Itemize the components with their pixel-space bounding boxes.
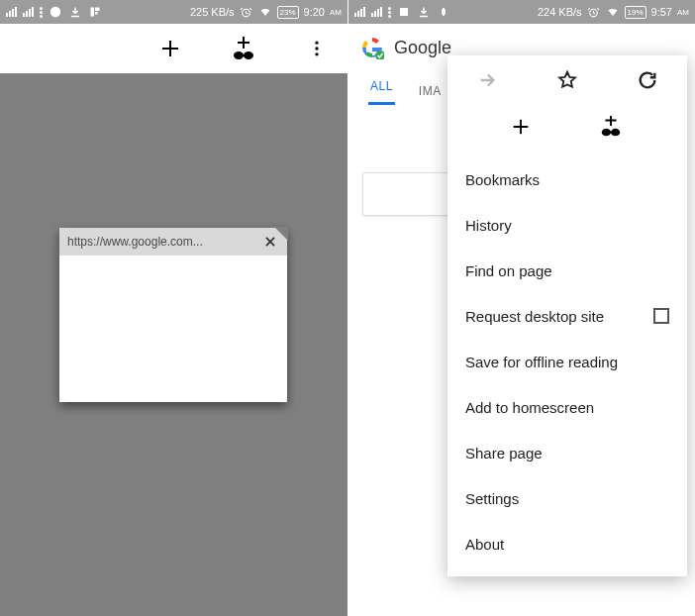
clock-ampm: AM <box>330 8 342 17</box>
menu-share-page[interactable]: Share page <box>447 430 687 475</box>
menu-settings[interactable]: Settings <box>447 475 687 521</box>
more-icon <box>40 7 43 18</box>
left-screenshot: 225 KB/s 23% 9:20 AM https://www.g <box>0 0 348 616</box>
svg-rect-1 <box>91 8 95 17</box>
svg-point-14 <box>602 129 611 136</box>
svg-point-6 <box>244 51 253 59</box>
tab-all[interactable]: ALL <box>370 79 393 103</box>
clock-time: 9:20 <box>304 6 325 18</box>
net-speed: 225 KB/s <box>190 6 235 18</box>
svg-rect-10 <box>400 8 408 16</box>
signal-icon <box>354 7 365 17</box>
tab-switcher-area[interactable]: https://www.google.com... <box>0 73 348 616</box>
signal-icon <box>6 7 17 17</box>
new-incognito-button[interactable] <box>597 115 625 143</box>
net-speed: 224 KB/s <box>538 6 582 18</box>
google-logo-icon <box>360 36 384 59</box>
wifi-icon <box>606 5 620 19</box>
toolbar-left <box>0 24 348 73</box>
alarm-icon <box>587 5 601 19</box>
menu-save-offline[interactable]: Save for offline reading <box>447 339 687 384</box>
tab-images[interactable]: IMA <box>419 84 442 98</box>
reload-button[interactable] <box>634 66 661 94</box>
download-icon <box>68 5 82 19</box>
menu-add-homescreen[interactable]: Add to homescreen <box>447 384 687 430</box>
page-title: Google <box>394 38 451 58</box>
svg-rect-3 <box>95 12 98 15</box>
wifi-icon <box>258 5 272 19</box>
new-tab-button[interactable] <box>510 116 532 142</box>
app-icon <box>397 5 411 19</box>
svg-point-15 <box>611 129 620 136</box>
clock-time: 9:57 <box>651 6 672 18</box>
new-incognito-button[interactable] <box>227 36 260 61</box>
tab-url: https://www.google.com... <box>67 235 261 249</box>
status-bar-right: 224 KB/s 19% 9:57 AM <box>348 0 695 24</box>
new-tab-button[interactable] <box>153 37 187 60</box>
more-icon <box>388 7 391 18</box>
status-bar-left: 225 KB/s 23% 9:20 AM <box>0 0 348 24</box>
overflow-menu: Bookmarks History Find on page Request d… <box>447 55 687 576</box>
forward-button[interactable] <box>473 66 501 94</box>
signal-icon <box>23 7 34 17</box>
menu-history[interactable]: History <box>447 202 687 248</box>
right-screenshot: 224 KB/s 19% 9:57 AM Google ALL IMA हिन्… <box>348 0 695 616</box>
menu-find-on-page[interactable]: Find on page <box>447 248 687 293</box>
desktop-site-checkbox[interactable] <box>653 308 669 324</box>
overflow-menu-button[interactable] <box>300 39 334 58</box>
battery-icon: 19% <box>625 6 646 19</box>
svg-point-9 <box>315 52 318 55</box>
flipboard-icon <box>88 5 102 19</box>
battery-icon: 23% <box>277 6 299 19</box>
alarm-icon <box>240 5 253 19</box>
leaf-icon <box>437 5 450 19</box>
tab-card[interactable]: https://www.google.com... <box>59 228 287 402</box>
menu-about[interactable]: About <box>447 521 687 566</box>
download-icon <box>417 5 431 19</box>
signal-icon <box>371 7 382 17</box>
clock-ampm: AM <box>677 8 689 17</box>
svg-point-7 <box>315 42 318 45</box>
menu-bookmarks[interactable]: Bookmarks <box>447 156 687 202</box>
svg-point-8 <box>315 47 318 50</box>
bookmark-star-button[interactable] <box>553 66 581 94</box>
svg-point-0 <box>50 7 61 18</box>
menu-request-desktop[interactable]: Request desktop site <box>447 293 687 339</box>
svg-point-5 <box>234 51 244 59</box>
svg-rect-2 <box>95 8 100 12</box>
chat-icon <box>49 5 62 19</box>
